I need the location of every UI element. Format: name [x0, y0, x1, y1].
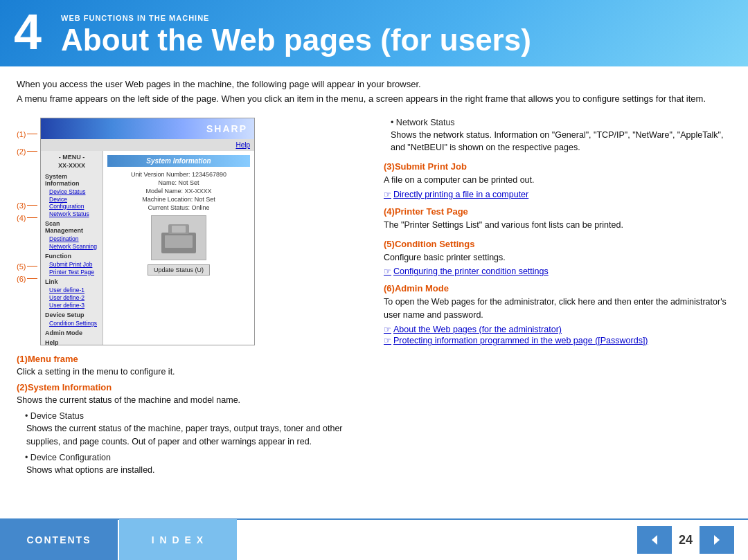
svg-marker-5: [714, 535, 720, 545]
menu-link-submit-print[interactable]: Submit Print Job: [45, 261, 98, 268]
diagram-wrapper: (1) (2) (3): [17, 118, 363, 345]
callouts-column: (1) (2) (3): [17, 118, 37, 345]
svg-rect-3: [172, 226, 186, 233]
menu-link-network-scanning[interactable]: Network Scanning: [45, 243, 98, 250]
help-link[interactable]: Help: [235, 141, 250, 149]
callout-1-row: (1): [17, 125, 37, 144]
menu-section-link: Link: [45, 278, 98, 285]
callout-3-label: (3): [17, 201, 26, 210]
menu-link-network-status[interactable]: Network Status: [45, 210, 98, 217]
right-condition-settings: (5)Condition Settings Configure basic pr…: [384, 239, 731, 277]
footer-navigation: 24: [637, 526, 734, 554]
link-condition-settings[interactable]: Configuring the printer condition settin…: [384, 267, 731, 276]
desc-device-status-bullet: • Device Status: [25, 411, 363, 421]
contents-button[interactable]: CONTENTS: [0, 519, 118, 560]
menu-link-user2[interactable]: User define-2: [45, 294, 98, 301]
page-number: 24: [679, 533, 693, 548]
sys-info-header: System Information: [107, 155, 250, 167]
right-printer-test: (4)Printer Test Page The "Printer Settin…: [384, 206, 731, 232]
callout-2-row: (2): [17, 144, 37, 159]
update-btn-wrapper[interactable]: Update Status (U): [107, 264, 250, 276]
right-admin-mode: (6)Admin Mode To open the Web pages for …: [384, 283, 731, 345]
prev-page-button[interactable]: [637, 526, 672, 554]
desc-system-info-heading: (2)System Information: [17, 382, 363, 392]
info-unit-version: Unit Version Number: 1234567890: [107, 171, 250, 178]
info-name: Name: Not Set: [107, 179, 250, 186]
desc-device-status-text: Shows the current status of the machine,…: [26, 422, 363, 449]
link-about-web-pages-admin[interactable]: About the Web pages (for the administrat…: [384, 325, 731, 334]
callout-4-label: (4): [17, 214, 26, 222]
right-admin-text: To open the Web pages for the administra…: [384, 296, 731, 322]
right-submit-print: (3)Submit Print Job A file on a computer…: [384, 161, 731, 199]
machine-image: [151, 215, 206, 260]
browser-menu: - MENU - XX-XXXX System Information Devi…: [41, 151, 103, 345]
menu-link-destination[interactable]: Destination: [45, 235, 98, 242]
callout-6-line: [27, 278, 37, 279]
header-subtitle: WEB FUNCTIONS IN THE MACHINE: [61, 14, 531, 22]
callout-6-label: (6): [17, 275, 26, 283]
menu-title: - MENU -: [45, 154, 98, 161]
link-directly-printing[interactable]: Directly printing a file in a computer: [384, 190, 731, 199]
right-printer-test-text: The "Printer Settings List" and various …: [384, 219, 731, 232]
right-submit-print-heading: (3)Submit Print Job: [384, 161, 731, 172]
header-title: About the Web pages (for users): [61, 24, 531, 57]
menu-link-printer-test[interactable]: Printer Test Page: [45, 269, 98, 276]
callout-5-row: (5): [17, 260, 37, 273]
desc-system-info-text: Shows the current status of the machine …: [17, 394, 363, 407]
header-text: WEB FUNCTIONS IN THE MACHINE About the W…: [61, 14, 531, 57]
network-status-text: Shows the network status. Information on…: [391, 129, 731, 155]
prev-arrow-icon: [648, 533, 661, 547]
right-condition-text: Configure basic printer settings.: [384, 251, 731, 264]
info-status: Current Status: Online: [107, 204, 250, 211]
callout-spacer-2: [17, 224, 37, 260]
main-content: When you access the user Web pages in th…: [0, 66, 748, 480]
intro-line1: When you access the user Web pages in th…: [17, 79, 421, 89]
desc-system-info: (2)System Information Shows the current …: [17, 382, 363, 476]
machine-svg: [158, 219, 199, 257]
right-admin-heading: (6)Admin Mode: [384, 283, 731, 293]
menu-section-scan: Scan Management: [45, 220, 98, 234]
left-descriptions: (1)Menu frame Click a setting in the men…: [17, 354, 363, 477]
menu-model: XX-XXXX: [45, 162, 98, 169]
callout-2-label: (2): [17, 147, 26, 156]
menu-link-user1[interactable]: User define-1: [45, 287, 98, 293]
update-status-button[interactable]: Update Status (U): [148, 264, 210, 276]
desc-device-config-text: Shows what options are installed.: [26, 464, 363, 477]
callout-1-line: [27, 134, 37, 134]
next-arrow-icon: [710, 533, 724, 547]
right-network-status: Network Status Shows the network status.…: [384, 118, 731, 155]
chapter-number: 4: [14, 7, 42, 57]
right-column: Network Status Shows the network status.…: [384, 118, 731, 481]
menu-link-device-status[interactable]: Device Status: [45, 188, 98, 195]
right-condition-heading: (5)Condition Settings: [384, 239, 731, 249]
menu-section-device-setup: Device Setup: [45, 311, 98, 318]
menu-link-device-config[interactable]: Device Configuration: [45, 196, 98, 210]
svg-rect-1: [165, 235, 193, 248]
desc-device-config-bullet: • Device Configuration: [25, 453, 363, 462]
menu-link-user3[interactable]: User define-3: [45, 302, 98, 309]
menu-link-condition[interactable]: Condition Settings: [45, 320, 98, 327]
menu-section-help: Help: [45, 339, 98, 346]
link-protecting-info[interactable]: Protecting information programmed in the…: [384, 336, 731, 345]
callout-3-row: (3): [17, 199, 37, 212]
right-submit-print-text: A file on a computer can be printed out.: [384, 174, 731, 187]
right-printer-test-heading: (4)Printer Test Page: [384, 206, 731, 217]
info-model: Model Name: XX-XXXX: [107, 188, 250, 195]
desc-menu-frame: (1)Menu frame Click a setting in the men…: [17, 354, 363, 379]
menu-section-sysinfo: System Information: [45, 173, 98, 187]
callout-spacer-1: [17, 159, 37, 199]
index-button[interactable]: I N D E X: [119, 519, 237, 560]
intro-paragraph: When you access the user Web pages in th…: [17, 78, 731, 107]
browser-toolbar: Help: [41, 139, 254, 151]
menu-section-function: Function: [45, 253, 98, 260]
browser-image-header: SHARP: [41, 118, 254, 139]
callout-2-line: [27, 151, 37, 152]
callout-5-line: [27, 266, 37, 267]
callout-4-row: (4): [17, 212, 37, 224]
next-page-button[interactable]: [700, 526, 734, 554]
intro-line2: A menu frame appears on the left side of…: [17, 93, 706, 104]
callout-3-line: [27, 205, 37, 206]
page-header: 4 WEB FUNCTIONS IN THE MACHINE About the…: [0, 0, 748, 66]
browser-body: - MENU - XX-XXXX System Information Devi…: [41, 151, 254, 345]
svg-marker-4: [652, 535, 657, 545]
